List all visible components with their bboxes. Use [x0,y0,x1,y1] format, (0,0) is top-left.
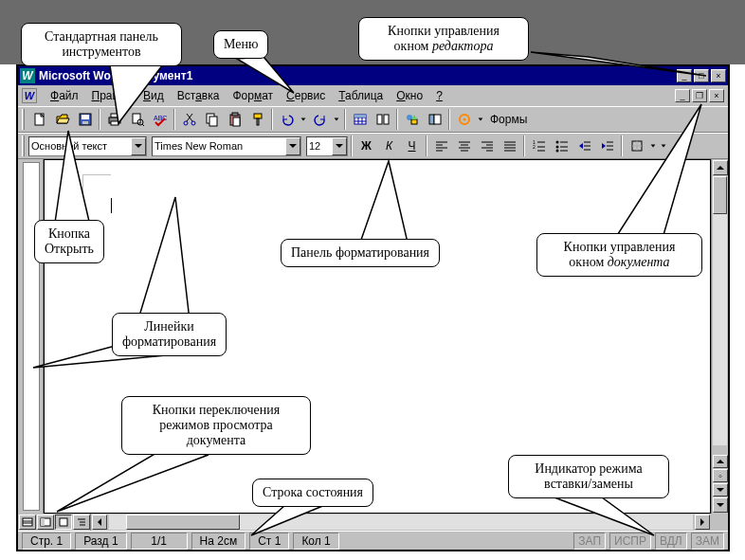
document-window-buttons: _ ❐ × [675,89,724,102]
svg-rect-20 [254,114,262,118]
doc-minimize-button[interactable]: _ [675,89,690,102]
columns-button[interactable] [372,109,393,130]
svg-point-13 [184,121,188,125]
toolbar-grip[interactable] [22,135,25,156]
menu-format[interactable]: Формат [227,87,279,104]
increase-indent-button[interactable] [596,135,618,156]
svg-rect-18 [232,113,238,116]
callout-document-window-buttons: Кнопки управленияокном документа [536,233,702,277]
svg-text:ABC: ABC [154,115,167,121]
copy-button[interactable] [201,109,223,130]
show-marks-button[interactable] [453,109,475,130]
align-center-button[interactable] [453,135,475,156]
menu-insert[interactable]: Вставка [172,87,226,104]
close-button[interactable]: × [711,69,726,82]
svg-rect-72 [23,518,32,526]
more-dropdown[interactable] [659,135,668,156]
pagelayout-view-button[interactable] [55,515,72,530]
status-col: Кол 1 [293,533,338,550]
status-trk[interactable]: ИСПР [609,533,651,550]
drawing-button[interactable] [401,109,423,130]
print-preview-button[interactable] [126,109,148,130]
hscroll-thumb[interactable] [126,515,240,530]
decrease-indent-button[interactable] [573,135,595,156]
menu-view[interactable]: Вид [137,87,170,104]
cut-button[interactable] [178,109,200,130]
align-justify-button[interactable] [499,135,520,156]
menu-help[interactable]: ? [430,87,448,104]
borders-button[interactable] [626,135,647,156]
paste-button[interactable] [224,109,245,130]
italic-button[interactable]: К [378,135,400,156]
minimize-button[interactable]: _ [677,69,692,82]
next-page-button[interactable] [713,483,728,497]
dropdown-icon[interactable] [332,137,347,155]
svg-rect-19 [233,117,240,126]
prev-page-button[interactable] [713,455,728,468]
spellcheck-button[interactable]: ABC [149,109,171,130]
new-button[interactable] [28,109,50,130]
print-button[interactable] [103,109,125,130]
dropdown-icon[interactable] [131,137,146,155]
dropdown-icon[interactable] [285,137,300,155]
vertical-scrollbar[interactable]: ◦ [711,159,728,514]
outline-view-button[interactable] [73,515,90,530]
scroll-thumb[interactable] [713,176,727,214]
svg-point-57 [555,141,558,144]
menu-table[interactable]: Таблица [333,87,389,104]
map-button[interactable] [424,109,445,130]
undo-dropdown[interactable] [299,109,308,130]
bold-button[interactable]: Ж [355,135,377,156]
scroll-up-button[interactable] [713,160,728,175]
size-combo[interactable]: 12 [306,136,348,156]
open-button[interactable] [51,109,73,130]
doc-close-button[interactable]: × [709,89,724,102]
scroll-down-button[interactable] [713,497,728,513]
svg-rect-28 [377,115,382,124]
status-rec[interactable]: ЗАП [573,533,606,550]
browse-object-button[interactable]: ◦ [713,469,728,482]
menu-edit[interactable]: Правка [86,87,136,104]
redo-button[interactable] [309,109,331,130]
svg-rect-2 [82,115,89,119]
resize-grip[interactable] [711,514,728,531]
align-right-button[interactable] [476,135,498,156]
scroll-left-button[interactable] [92,515,107,530]
style-combo[interactable]: Основной текст [28,136,147,156]
svg-rect-77 [60,518,67,526]
status-bar: Стр. 1 Разд 1 1/1 На 2см Ст 1 Кол 1 ЗАП … [18,531,728,550]
horizontal-scrollbar[interactable] [109,515,693,530]
scroll-right-button[interactable] [695,515,710,530]
vertical-ruler[interactable] [18,159,44,514]
svg-rect-29 [384,115,389,124]
doc-restore-button[interactable]: ❐ [692,89,707,102]
status-ext[interactable]: ВДЛ [655,533,687,550]
undo-button[interactable] [276,109,298,130]
system-menu-icon[interactable] [22,88,37,103]
borders-dropdown[interactable] [648,135,658,156]
menu-file[interactable]: Файл [45,87,84,104]
align-left-button[interactable] [430,135,452,156]
maximize-button[interactable]: □ [694,69,709,82]
underline-button[interactable]: Ч [401,135,423,156]
normal-view-button[interactable] [19,515,36,530]
menu-service[interactable]: Сервис [281,87,331,104]
svg-text:2: 2 [533,144,536,150]
callout-menu: Меню [213,30,268,59]
insert-table-button[interactable] [349,109,371,130]
format-painter-button[interactable] [246,109,268,130]
bulleted-list-button[interactable] [551,135,572,156]
status-pages: 1/1 [131,533,188,550]
menu-window[interactable]: Окно [391,87,428,104]
status-at: На 2см [191,533,246,550]
redo-dropdown[interactable] [332,109,341,130]
save-button[interactable] [74,109,96,130]
weblayout-view-button[interactable] [37,515,54,530]
numbered-list-button[interactable]: 12 [528,135,550,156]
toolbar-grip[interactable] [22,109,25,130]
font-combo[interactable]: Times New Roman [152,136,301,156]
show-marks-dropdown[interactable] [476,109,485,130]
svg-rect-76 [41,518,45,526]
status-ovr[interactable]: ЗАМ [691,533,724,550]
callout-editor-window-buttons: Кнопки управленияокном редактора [358,17,529,61]
